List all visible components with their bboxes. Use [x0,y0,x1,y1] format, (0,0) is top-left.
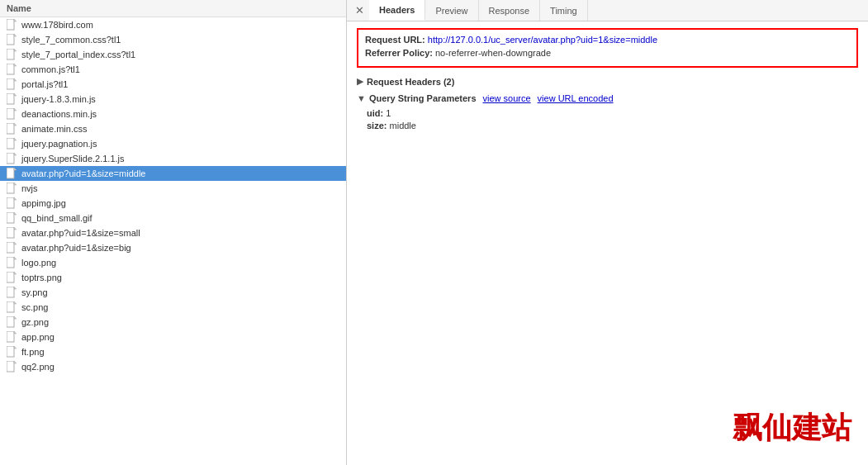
view-url-encoded-link[interactable]: view URL encoded [538,93,614,103]
expand-icon: ▼ [357,93,366,103]
file-list-item[interactable]: avatar.php?uid=1&size=small [0,225,346,240]
request-url-row: Request URL: http://127.0.0.1/uc_server/… [365,35,850,45]
file-name: style_7_common.css?tl1 [21,35,121,45]
file-icon [7,316,18,328]
file-name: www.178bird.com [21,20,93,30]
svg-rect-36 [7,287,14,297]
file-list-item[interactable]: sc.png [0,300,346,315]
svg-marker-47 [14,361,17,363]
right-panel: ✕ Headers Preview Response Timing Reques… [347,0,868,465]
file-list-item[interactable]: common.js?tl1 [0,62,346,77]
file-list-item[interactable]: style_7_portal_index.css?tl1 [0,47,346,62]
svg-rect-28 [7,227,14,238]
svg-rect-24 [7,197,14,208]
param-name: uid: [367,108,383,118]
file-list-item[interactable]: toptrs.png [0,270,346,285]
file-list-item[interactable]: animate.min.css [0,121,346,136]
svg-marker-1 [14,19,17,21]
file-list-item[interactable]: sy.png [0,285,346,300]
file-list-item[interactable]: qq_bind_small.gif [0,211,346,225]
svg-rect-14 [7,123,14,134]
right-content: Request URL: http://127.0.0.1/uc_server/… [347,21,868,465]
svg-marker-45 [14,346,17,349]
svg-rect-18 [7,153,14,164]
file-icon [7,331,18,343]
svg-rect-38 [7,301,14,312]
file-name: gz.png [21,317,49,327]
file-name: jquery-1.8.3.min.js [21,94,96,104]
file-name: ft.png [21,347,45,357]
tabs-bar: ✕ Headers Preview Response Timing [347,0,868,21]
svg-rect-30 [7,242,14,253]
query-string-label: Query String Parameters [369,93,477,103]
file-icon [7,361,18,372]
svg-rect-44 [7,346,14,357]
svg-marker-43 [14,331,17,334]
svg-marker-5 [14,49,17,51]
svg-marker-35 [14,272,17,274]
svg-rect-0 [7,19,14,30]
file-name: jquery.pagnation.js [21,139,97,149]
file-list-item[interactable]: nvjs [0,181,346,196]
param-value: 1 [386,108,391,118]
query-string-header: ▼ Query String Parameters view source vi… [357,93,858,103]
file-list-item[interactable]: qq2.png [0,359,346,374]
file-list-item[interactable]: jquery.pagnation.js [0,136,346,151]
svg-marker-27 [14,212,17,215]
collapse-icon: ▶ [357,76,363,87]
file-list-item[interactable]: gz.png [0,315,346,330]
svg-marker-33 [14,257,17,259]
file-list-item[interactable]: style_7_common.css?tl1 [0,32,346,47]
tab-preview[interactable]: Preview [425,0,478,21]
file-name: avatar.php?uid=1&size=middle [21,168,145,178]
file-list-item[interactable]: avatar.php?uid=1&size=big [0,240,346,255]
svg-marker-17 [14,138,17,140]
svg-marker-37 [14,287,17,289]
file-list-item[interactable]: portal.js?tl1 [0,77,346,92]
svg-marker-25 [14,197,17,200]
request-headers-toggle[interactable]: ▶ Request Headers (2) [357,76,858,87]
file-name: toptrs.png [21,273,62,282]
file-list-item[interactable]: jquery.SuperSlide.2.1.1.js [0,151,346,166]
file-list-item[interactable]: avatar.php?uid=1&size=middle [0,166,346,181]
param-name: size: [367,121,387,130]
file-list-item[interactable]: app.png [0,330,346,344]
param-row: size: middle [367,121,858,130]
tab-timing[interactable]: Timing [540,0,588,21]
referrer-policy-value: no-referrer-when-downgrade [435,48,551,58]
file-name: sy.png [21,287,48,297]
file-list-item[interactable]: logo.png [0,255,346,270]
svg-rect-8 [7,78,14,89]
file-list-item[interactable]: appimg.jpg [0,196,346,211]
file-name: qq_bind_small.gif [21,213,92,223]
file-icon [7,123,18,135]
tab-close-button[interactable]: ✕ [350,2,369,18]
svg-rect-20 [7,168,14,178]
file-icon [7,153,18,164]
watermark: 飘仙建站 [733,408,851,448]
file-icon [7,272,18,283]
svg-rect-26 [7,212,14,223]
file-list-item[interactable]: www.178bird.com [0,17,346,32]
file-list-item[interactable]: jquery-1.8.3.min.js [0,92,346,107]
tab-headers[interactable]: Headers [369,0,425,21]
svg-rect-16 [7,138,14,149]
svg-marker-21 [14,168,17,170]
svg-marker-29 [14,227,17,230]
request-headers-label: Request Headers (2) [367,77,454,87]
file-name: avatar.php?uid=1&size=big [21,243,131,253]
svg-rect-22 [7,183,14,193]
file-list-item[interactable]: deanactions.min.js [0,107,346,121]
tab-response[interactable]: Response [479,0,541,21]
file-list[interactable]: www.178bird.comstyle_7_common.css?tl1sty… [0,17,346,465]
view-source-link[interactable]: view source [483,93,531,103]
file-icon [7,301,18,313]
svg-marker-13 [14,108,17,111]
file-icon [7,93,18,105]
left-panel: Name www.178bird.comstyle_7_common.css?t… [0,0,347,465]
svg-rect-6 [7,64,14,74]
file-name: style_7_portal_index.css?tl1 [21,50,135,59]
svg-rect-42 [7,331,14,342]
request-url-label: Request URL: [365,35,425,45]
file-list-item[interactable]: ft.png [0,344,346,359]
